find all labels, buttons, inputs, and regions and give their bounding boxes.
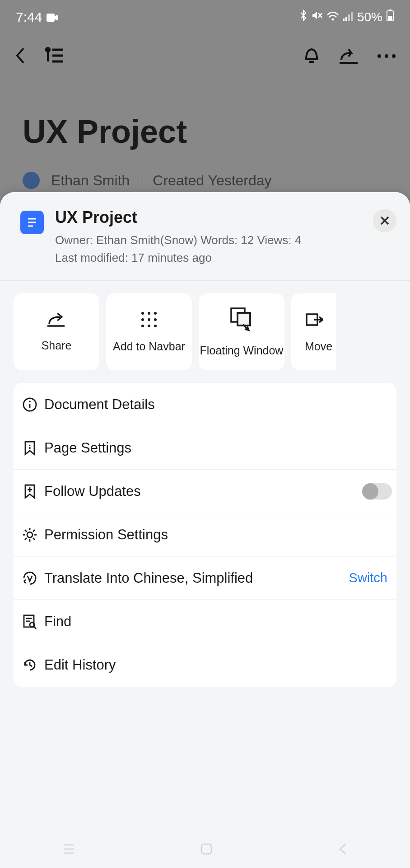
wifi-icon [326, 10, 339, 24]
svg-point-35 [154, 325, 157, 327]
battery-percent: 50% [357, 10, 382, 24]
svg-point-19 [385, 54, 388, 58]
page-settings-label: Page Settings [44, 440, 392, 456]
back-icon[interactable] [14, 46, 27, 67]
follow-updates-item[interactable]: Follow Updates [14, 470, 396, 513]
mute-vibrate-icon [311, 9, 323, 24]
home-icon[interactable] [199, 842, 214, 858]
sheet-meta-2: Last modified: 17 minutes ago [55, 249, 373, 267]
find-icon [17, 613, 42, 630]
add-navbar-label: Add to Navbar [113, 340, 185, 353]
sheet-doc-title: UX Project [55, 208, 373, 227]
svg-rect-9 [388, 16, 392, 20]
svg-rect-56 [201, 844, 211, 854]
find-label: Find [44, 613, 392, 630]
toggle-knob [362, 483, 378, 500]
bookmark-settings-icon [17, 440, 42, 456]
translate-icon [17, 571, 42, 586]
bookmark-plus-icon [17, 483, 42, 500]
created-text: Created Yesterday [153, 172, 271, 189]
record-icon [47, 9, 58, 25]
svg-point-30 [141, 318, 144, 321]
floating-label: Floating Window [200, 344, 284, 357]
background-document: UX Project Ethan Smith Created Yesterday [23, 113, 387, 189]
edit-history-label: Edit History [44, 657, 392, 673]
permission-settings-item[interactable]: Permission Settings [14, 513, 396, 557]
gear-icon [17, 527, 42, 542]
follow-updates-toggle[interactable] [362, 483, 392, 500]
status-bar: 7:44 50% [0, 0, 410, 34]
svg-point-41 [29, 401, 31, 402]
share-icon[interactable] [339, 47, 359, 66]
recents-icon[interactable] [62, 842, 75, 858]
permission-label: Permission Settings [44, 527, 392, 543]
back-nav-icon[interactable] [337, 842, 348, 858]
sheet-header: UX Project Owner: Ethan Smith(Snow) Word… [0, 192, 410, 281]
bell-icon[interactable] [303, 46, 321, 67]
switch-link[interactable]: Switch [349, 571, 392, 585]
svg-point-33 [141, 325, 144, 327]
move-action[interactable]: Move [291, 293, 336, 370]
page-settings-item[interactable]: Page Settings [14, 426, 396, 470]
svg-rect-5 [345, 17, 347, 21]
follow-updates-label: Follow Updates [44, 483, 362, 500]
info-icon [17, 397, 42, 412]
svg-point-32 [154, 318, 157, 321]
svg-point-47 [27, 532, 33, 538]
quick-actions-row[interactable]: Share Add to Navbar Floating Window Move [0, 281, 410, 383]
share-label: Share [42, 339, 72, 352]
svg-rect-4 [343, 19, 345, 21]
status-time: 7:44 [16, 9, 42, 25]
translate-item[interactable]: Translate Into Chinese, Simplified Switc… [14, 557, 396, 600]
svg-point-34 [148, 325, 150, 327]
options-sheet: UX Project Owner: Ethan Smith(Snow) Word… [0, 192, 410, 868]
close-button[interactable] [373, 209, 396, 232]
menu-list: Document Details Page Settings Follow Up… [14, 383, 396, 687]
history-icon [17, 657, 42, 673]
page-title: UX Project [23, 113, 387, 150]
outline-icon[interactable] [45, 47, 65, 66]
svg-rect-10 [389, 9, 391, 11]
svg-point-43 [29, 444, 31, 446]
svg-rect-37 [238, 313, 250, 326]
svg-point-28 [148, 312, 150, 315]
author-name: Ethan Smith [51, 172, 130, 189]
svg-rect-7 [351, 12, 353, 21]
svg-point-3 [331, 18, 334, 20]
document-details-item[interactable]: Document Details [14, 383, 396, 426]
bluetooth-icon [299, 9, 308, 24]
svg-line-52 [34, 627, 36, 629]
translate-label: Translate Into Chinese, Simplified [44, 570, 349, 586]
sheet-meta-1: Owner: Ethan Smith(Snow) Words: 12 Views… [55, 231, 373, 249]
svg-point-27 [141, 312, 144, 315]
document-details-label: Document Details [44, 396, 392, 413]
svg-rect-6 [348, 14, 350, 21]
svg-point-29 [154, 312, 157, 315]
svg-point-31 [148, 318, 150, 321]
add-to-navbar-action[interactable]: Add to Navbar [106, 293, 192, 370]
share-action[interactable]: Share [14, 293, 99, 370]
floating-window-action[interactable]: Floating Window [199, 293, 284, 370]
meta-divider [141, 172, 141, 189]
author-avatar [23, 172, 40, 189]
android-nav-bar [0, 832, 410, 868]
svg-point-20 [392, 54, 396, 58]
svg-point-18 [377, 54, 381, 58]
find-item[interactable]: Find [14, 600, 396, 643]
more-icon[interactable] [377, 52, 396, 61]
edit-history-item[interactable]: Edit History [14, 643, 396, 687]
move-label: Move [305, 340, 332, 353]
document-icon [20, 211, 44, 234]
svg-rect-0 [47, 14, 55, 22]
signal-icon [343, 10, 354, 24]
battery-icon [386, 9, 394, 25]
page-top-bar [0, 41, 410, 72]
